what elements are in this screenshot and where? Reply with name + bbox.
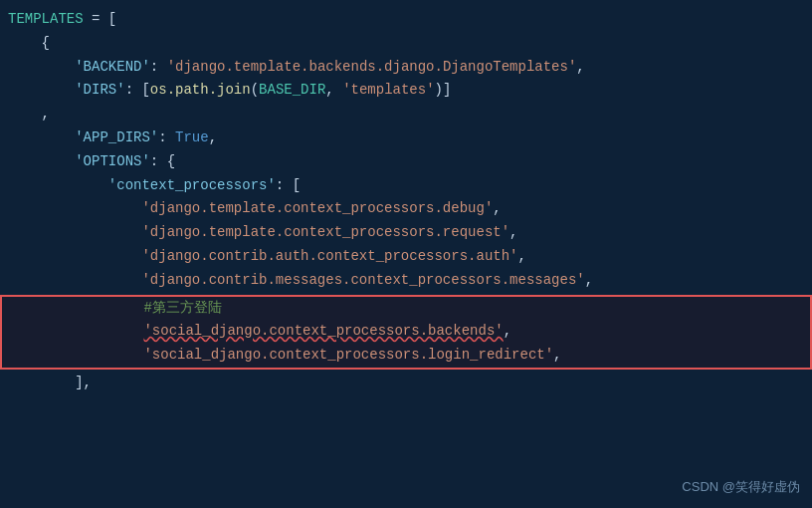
code-editor: TEMPLATES = [ { 'BACKEND': 'django.templ… — [0, 0, 812, 403]
watermark: CSDN @笑得好虚伪 — [682, 478, 800, 496]
code-line: 'APP_DIRS': True, — [0, 127, 812, 150]
code-line: 'django.contrib.auth.context_processors.… — [0, 245, 812, 269]
code-line: { — [0, 32, 812, 56]
code-line: 'django.template.context_processors.debu… — [0, 197, 812, 221]
code-line: 'context_processors': [ — [0, 174, 812, 198]
code-line: 'social_django.context_processors.backen… — [2, 320, 810, 344]
code-line: TEMPLATES = [ — [0, 8, 812, 32]
highlighted-section: #第三方登陆 'social_django.context_processors… — [0, 295, 812, 370]
code-line: 'django.contrib.messages.context_process… — [0, 269, 812, 293]
code-line: , — [0, 103, 812, 127]
code-line: 'OPTIONS': { — [0, 150, 812, 174]
code-line: #第三方登陆 — [2, 297, 810, 321]
code-line: 'django.template.context_processors.requ… — [0, 221, 812, 245]
code-line: ], — [0, 372, 812, 395]
code-line: 'social_django.context_processors.login_… — [2, 344, 810, 368]
code-line: 'DIRS': [os.path.join(BASE_DIR, 'templat… — [0, 79, 812, 103]
code-line: 'BACKEND': 'django.template.backends.dja… — [0, 56, 812, 80]
